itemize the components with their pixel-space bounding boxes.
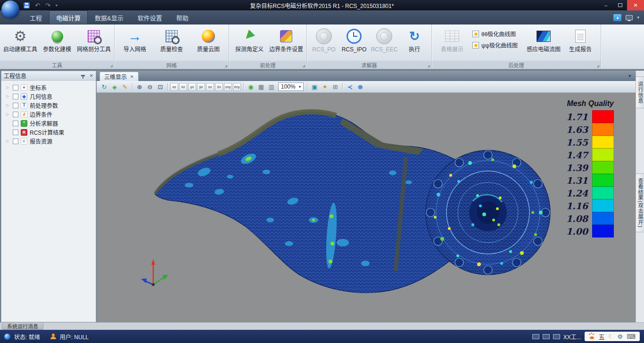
- tree-checkbox[interactable]: [13, 121, 18, 126]
- psi-polar-curve-button[interactable]: ψψ极化曲线图: [472, 41, 523, 49]
- tab-help[interactable]: 帮助: [169, 10, 196, 24]
- curve-icon: [472, 42, 479, 49]
- rcs-ipo-button[interactable]: RCS_IPO: [339, 26, 369, 61]
- light-icon[interactable]: ✦: [320, 82, 330, 91]
- save-icon[interactable]: [24, 2, 30, 8]
- tab-list-caret-icon[interactable]: ▾: [628, 74, 631, 78]
- capture-icon[interactable]: ▣: [310, 82, 319, 91]
- expand-arrow-icon[interactable]: ▷: [6, 103, 12, 107]
- qat-dropdown-icon[interactable]: ▾: [56, 3, 58, 8]
- display-icon[interactable]: [626, 15, 633, 20]
- gear-icon[interactable]: ⚙: [618, 333, 623, 340]
- grid-icon[interactable]: ▦: [256, 82, 266, 91]
- legend-row: 1.71: [562, 110, 614, 123]
- system-messages-tab[interactable]: 系统运行消息: [2, 323, 43, 330]
- probe-angle-button[interactable]: ▶ 探测角定义: [231, 26, 268, 61]
- tree-item-coordinate-system[interactable]: ▷ + 坐标系: [1, 83, 96, 92]
- tree-item-report-resources[interactable]: ▷ ≡ 报告资源: [1, 137, 96, 146]
- tab-3d-display[interactable]: 三维显示 ✕: [99, 72, 139, 81]
- expand-arrow-icon[interactable]: ▷: [6, 85, 12, 90]
- tree-item-preprocess-params[interactable]: ▷ T 前处理参数: [1, 101, 96, 110]
- tree-checkbox[interactable]: [13, 94, 18, 99]
- tab-em-computation[interactable]: 电磁计算: [49, 10, 88, 24]
- legend-row: 1.16: [562, 199, 614, 212]
- zoom-out-icon[interactable]: ⊖: [145, 82, 155, 91]
- rotate-view-icon[interactable]: ↻: [99, 82, 109, 91]
- tree-item-geometry-info[interactable]: ▷ ◆ 几何信息: [1, 92, 96, 101]
- dialog-launcher-icon[interactable]: [428, 64, 430, 68]
- tree-checkbox[interactable]: [13, 85, 18, 90]
- view-yz-neg-button[interactable]: ȳz: [197, 83, 205, 91]
- tree-checkbox[interactable]: [13, 130, 18, 135]
- tree-checkbox[interactable]: [13, 139, 18, 144]
- view-zx-button[interactable]: zx: [206, 83, 214, 91]
- expand-arrow-icon[interactable]: ▷: [6, 139, 12, 143]
- theta-polar-curve-button[interactable]: θθ极化曲线图: [472, 30, 523, 38]
- launch-modeling-tool-button[interactable]: ⚙ 启动建模工具: [2, 26, 39, 61]
- moon-icon[interactable]: ☾: [609, 333, 614, 340]
- mesh-partition-tool-button[interactable]: 网格剖分工具: [75, 26, 112, 61]
- close-button[interactable]: ✕: [627, 0, 644, 10]
- tab-project[interactable]: 工程: [23, 10, 49, 24]
- rcs-po-button[interactable]: RCS_PO: [309, 26, 339, 61]
- tab-close-icon[interactable]: ✕: [130, 74, 134, 79]
- tree-item-analysis-solver[interactable]: * 分析求解器: [1, 119, 96, 128]
- parametric-modeling-button[interactable]: 参数化建模: [39, 26, 75, 61]
- rcs-eec-button[interactable]: RCS_EEC: [369, 26, 399, 61]
- dialog-launcher-icon[interactable]: [110, 64, 113, 68]
- task-window-icon[interactable]: [532, 334, 539, 339]
- run-info-vertical-tab[interactable]: 运行信息: [636, 76, 644, 108]
- table-display-button[interactable]: 表格展示: [434, 26, 471, 61]
- zoom-window-icon[interactable]: ⊡: [156, 82, 165, 91]
- dialog-launcher-icon[interactable]: [597, 64, 599, 68]
- maximize-button[interactable]: [613, 0, 627, 10]
- viewport-3d[interactable]: Mesh Quality 1.71 1.63 1.55 1.47 1.39 1.…: [97, 93, 636, 322]
- zoom-in-icon[interactable]: ⊕: [135, 82, 144, 91]
- quality-check-button[interactable]: 质量检查: [153, 26, 190, 61]
- tree-checkbox[interactable]: [13, 103, 18, 108]
- boundary-settings-button[interactable]: 边界条件设置: [268, 26, 305, 61]
- tab-data-display[interactable]: 数据&显示: [88, 10, 131, 24]
- task-window-icon[interactable]: [543, 334, 550, 339]
- undo-icon[interactable]: ↶: [35, 2, 40, 8]
- dialog-launcher-icon[interactable]: [303, 64, 305, 68]
- close-view-icon[interactable]: ⊗: [355, 82, 365, 91]
- quality-cloud-button[interactable]: 质量云图: [190, 26, 227, 61]
- dialog-launcher-icon[interactable]: [225, 64, 227, 68]
- view-xz-button[interactable]: xz: [170, 83, 178, 91]
- view-yz-button[interactable]: yz: [188, 83, 196, 91]
- ime-mode-char[interactable]: 五: [599, 332, 605, 341]
- view-xz-neg-button[interactable]: x̄z: [179, 83, 187, 91]
- expand-arrow-icon[interactable]: ▷: [6, 112, 12, 116]
- pin-icon[interactable]: [81, 75, 85, 76]
- zoom-level-select[interactable]: 100% ▾: [278, 82, 304, 91]
- share-icon[interactable]: ≺: [345, 82, 355, 91]
- redo-icon[interactable]: ↷: [45, 2, 50, 8]
- tree-checkbox[interactable]: [13, 112, 18, 117]
- shading-mode-icon[interactable]: ◉: [246, 82, 256, 91]
- view-zx-neg-button[interactable]: z̄x: [215, 83, 223, 91]
- tree-item-rcs-results[interactable]: R RCS计算结果: [1, 128, 96, 137]
- import-mesh-button[interactable]: → 导入网格: [116, 26, 153, 61]
- title-bar[interactable]: ↶ ↷ ▾ 复杂目标RCS电磁分析软件2015 R1 - RCS_2015031…: [0, 0, 644, 10]
- minimize-button[interactable]: –: [599, 0, 613, 10]
- generate-report-button[interactable]: 生成报告: [562, 26, 599, 61]
- shaded-view-icon[interactable]: ◈: [110, 82, 119, 91]
- pick-icon[interactable]: ✎: [120, 82, 130, 91]
- view-results-vertical-tab[interactable]: 查看结果(双击展开): [636, 173, 644, 232]
- more-options-icon[interactable]: ▾: [637, 15, 639, 20]
- task-window-icon[interactable]: [553, 334, 560, 339]
- tab-software-settings[interactable]: 软件设置: [131, 10, 169, 24]
- expand-arrow-icon[interactable]: ▷: [6, 94, 12, 98]
- induced-current-map-button[interactable]: 感应电磁流图: [525, 26, 562, 61]
- ime-paw-icon[interactable]: [589, 334, 595, 339]
- view-iso-button[interactable]: zxy: [224, 83, 232, 91]
- execute-button[interactable]: ↻ 执行: [399, 26, 429, 61]
- keyboard-icon[interactable]: ⌨: [627, 333, 636, 340]
- panel-close-icon[interactable]: ✕: [90, 73, 93, 78]
- wireframe-grid-icon[interactable]: ▥: [267, 82, 276, 91]
- view-iso-neg-button[interactable]: z̄xy: [233, 83, 241, 91]
- tree-item-boundary-conditions[interactable]: ▷ ∂ 边界条件: [1, 110, 96, 119]
- layout-icon[interactable]: ⊞: [330, 82, 340, 91]
- collapse-ribbon-icon[interactable]: ▲: [613, 14, 621, 21]
